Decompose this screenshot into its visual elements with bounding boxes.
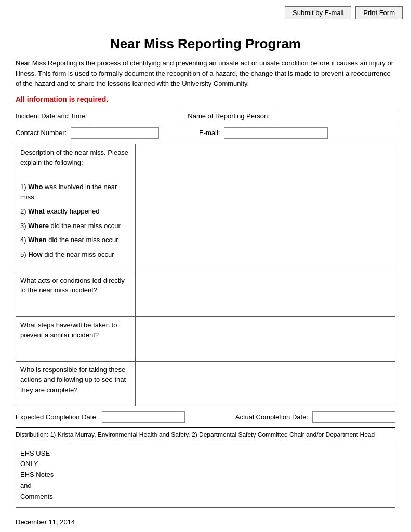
reporter-name-label: Name of Reporting Person: <box>188 112 270 120</box>
incident-row: Incident Date and Time: Name of Reportin… <box>16 111 395 122</box>
completion-spacer: Actual Completion Date: <box>189 411 395 423</box>
page-title: Near Miss Reporting Program <box>16 36 395 52</box>
responsible-label: Who is responsible for taking these acti… <box>20 366 126 394</box>
completion-row: Expected Completion Date: Actual Complet… <box>16 411 395 423</box>
distribution-text: Distribution: 1) Krista Murray, Environm… <box>16 427 395 438</box>
toolbar: Submit by E-mail Print Form <box>0 0 411 25</box>
description-input-cell <box>136 144 395 272</box>
footer-date: December 11, 2014 <box>16 518 395 526</box>
contact-number-input[interactable] <box>71 127 159 139</box>
responsible-row: Who is responsible for taking these acti… <box>16 361 395 406</box>
responsible-textarea[interactable] <box>140 365 391 401</box>
email-label: E-mail: <box>199 129 220 137</box>
actual-completion-input[interactable] <box>312 411 395 423</box>
steps-taken-label-cell: What steps have/will be taken to prevent… <box>16 316 136 361</box>
ehs-input-cell <box>68 443 395 508</box>
steps-taken-input-cell <box>136 316 395 361</box>
actual-completion-label: Actual Completion Date: <box>235 413 308 421</box>
ehs-label-line2: EHS Notes and <box>20 470 63 491</box>
acts-conditions-textarea[interactable] <box>140 275 391 312</box>
email-input[interactable] <box>224 127 328 139</box>
ehs-label-line1: EHS USE ONLY <box>20 448 63 470</box>
expected-completion-input[interactable] <box>102 411 185 423</box>
description-label: Description of the near miss. Please exp… <box>20 148 131 168</box>
acts-conditions-label: What acts or conditions led directly to … <box>20 276 125 295</box>
expected-completion-label: Expected Completion Date: <box>16 413 98 421</box>
acts-conditions-label-cell: What acts or conditions led directly to … <box>16 272 136 316</box>
page-content: Near Miss Reporting Program Near Miss Re… <box>0 25 411 532</box>
desc-item-4: 4) When did the near miss occur <box>20 235 131 245</box>
ehs-notes-textarea[interactable] <box>68 443 395 485</box>
description-label-cell: Description of the near miss. Please exp… <box>16 144 136 272</box>
intro-text: Near Miss Reporting is the process of id… <box>16 58 395 89</box>
incident-date-input[interactable] <box>91 111 179 122</box>
desc-item-1: 1) Who was involved in the near miss <box>20 182 131 202</box>
main-form-table: Description of the near miss. Please exp… <box>16 144 395 406</box>
submit-email-button[interactable]: Submit by E-mail <box>285 6 351 19</box>
print-form-button[interactable]: Print Form <box>355 6 403 19</box>
ehs-section: EHS USE ONLY EHS Notes and Comments <box>16 443 395 508</box>
ehs-label-cell: EHS USE ONLY EHS Notes and Comments <box>16 443 68 508</box>
contact-row: Contact Number: E-mail: <box>16 127 395 139</box>
description-row: Description of the near miss. Please exp… <box>16 144 395 272</box>
description-textarea[interactable] <box>140 148 391 267</box>
desc-item-3: 3) Where did the near miss occur <box>20 221 131 231</box>
steps-taken-label: What steps have/will be taken to prevent… <box>20 321 117 339</box>
desc-item-5: 5) How did the near miss occur <box>20 249 131 260</box>
required-notice: All information is required. <box>16 95 395 103</box>
steps-taken-textarea[interactable] <box>140 320 391 356</box>
steps-taken-row: What steps have/will be taken to prevent… <box>16 316 395 361</box>
responsible-input-cell <box>136 361 395 406</box>
responsible-label-cell: Who is responsible for taking these acti… <box>16 361 136 406</box>
acts-conditions-input-cell <box>136 272 395 316</box>
incident-date-label: Incident Date and Time: <box>16 112 87 120</box>
contact-number-label: Contact Number: <box>16 129 67 137</box>
description-items: 1) Who was involved in the near miss 2) … <box>20 182 131 259</box>
ehs-label-line3: Comments <box>20 491 63 502</box>
desc-item-2: 2) What exactly happened <box>20 206 131 217</box>
acts-conditions-row: What acts or conditions led directly to … <box>16 272 395 316</box>
reporter-name-input[interactable] <box>274 111 395 122</box>
